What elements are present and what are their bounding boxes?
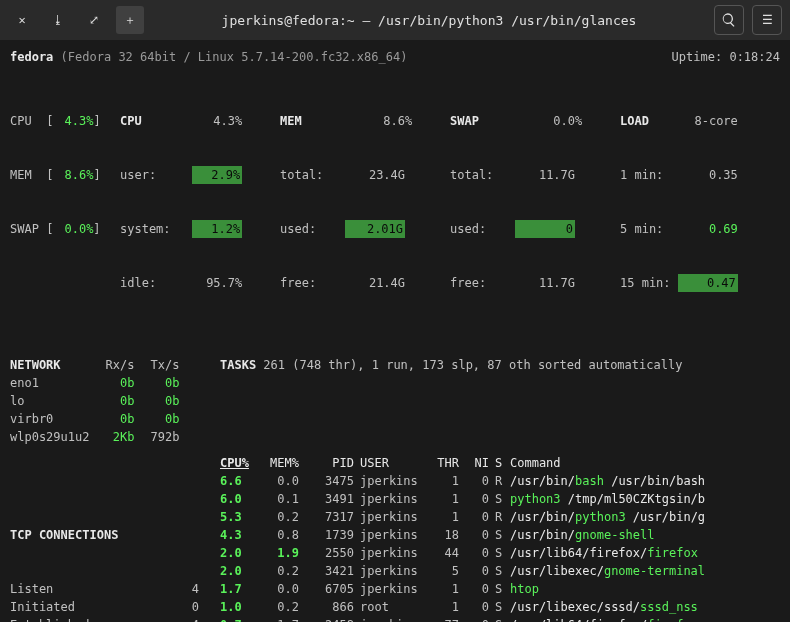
process-column: TASKS 261 (748 thr), 1 run, 173 slp, 87 … (220, 320, 780, 622)
net-row: virbr00b0b (10, 410, 185, 428)
hostname: fedora (10, 48, 53, 66)
left-column: NETWORKRx/sTx/seno10b0blo0b0bvirbr00b0bw… (10, 320, 220, 622)
window-title: jperkins@fedora:~ — /usr/bin/python3 /us… (152, 13, 706, 28)
process-row: 2.01.92550jperkins440S/usr/lib64/firefox… (220, 544, 711, 562)
process-row: 1.00.2866root10S/usr/libexec/sssd/sssd_n… (220, 598, 711, 616)
process-row: 5.30.27317jperkins10R/usr/bin/python3 /u… (220, 508, 711, 526)
process-row: 4.30.81739jperkins180S/usr/bin/gnome-she… (220, 526, 711, 544)
expand-icon[interactable]: ⤢ (80, 6, 108, 34)
menu-button[interactable]: ☰ (752, 5, 782, 35)
process-row: 1.70.06705jperkins10Shtop (220, 580, 711, 598)
process-row: 0.71.72458jperkins770S/usr/lib64/firefox… (220, 616, 711, 622)
summary-row: CPU [4.3%] MEM [8.6%] SWAP [0.0%] CPU 4.… (10, 76, 780, 310)
download-icon[interactable]: ⭳ (44, 6, 72, 34)
close-button[interactable]: ✕ (8, 6, 36, 34)
uptime-value: 0:18:24 (729, 48, 780, 66)
net-row: lo0b0b (10, 392, 185, 410)
net-row: wlp0s29u1u22Kb792b (10, 428, 185, 446)
terminal-content: fedora (Fedora 32 64bit / Linux 5.7.14-2… (0, 40, 790, 622)
process-row: 2.00.23421jperkins50S/usr/libexec/gnome-… (220, 562, 711, 580)
titlebar: ✕ ⭳ ⤢ ＋ jperkins@fedora:~ — /usr/bin/pyt… (0, 0, 790, 40)
net-row: eno10b0b (10, 374, 185, 392)
process-row: 6.00.13491jperkins10Spython3 /tmp/ml50CZ… (220, 490, 711, 508)
uptime-label: Uptime: (672, 48, 723, 66)
tcp-row: Listen4 (10, 580, 205, 598)
tcp-row: Established4 (10, 616, 205, 622)
search-button[interactable] (714, 5, 744, 35)
new-tab-button[interactable]: ＋ (116, 6, 144, 34)
process-row: 6.60.03475jperkins10R/usr/bin/bash /usr/… (220, 472, 711, 490)
os-line: (Fedora 32 64bit / Linux 5.7.14-200.fc32… (61, 48, 408, 66)
tcp-row: Initiated0 (10, 598, 205, 616)
